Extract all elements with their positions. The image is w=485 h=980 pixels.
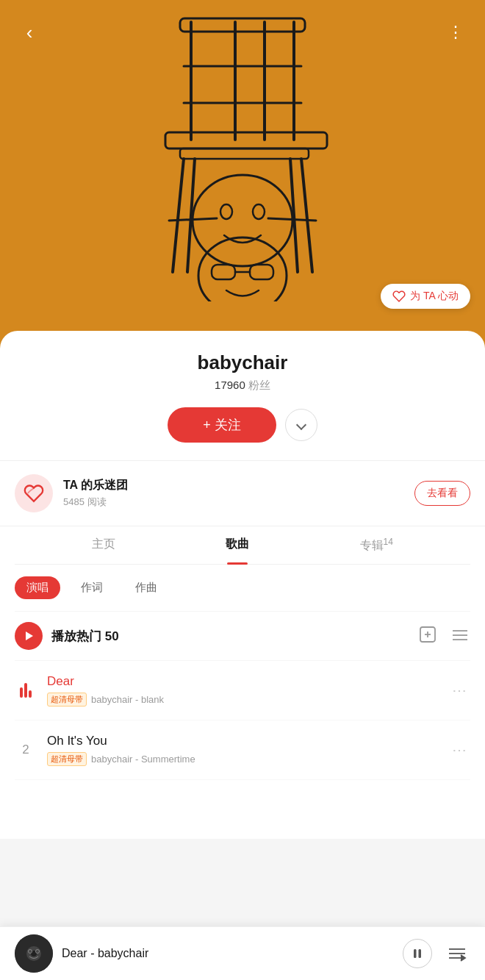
- svg-rect-4: [180, 18, 305, 32]
- svg-point-16: [220, 204, 232, 219]
- svg-rect-20: [250, 265, 273, 279]
- now-playing-controls: [403, 939, 470, 968]
- heart-button[interactable]: 为 TA 心动: [381, 284, 470, 309]
- fan-club-reads: 5485 阅读: [63, 496, 404, 509]
- expand-button[interactable]: [285, 409, 317, 441]
- song-title-2: Oh It's You: [47, 734, 438, 748]
- follow-row: + 关注: [15, 407, 470, 443]
- chevron-down-icon: [296, 420, 306, 430]
- song-more-1[interactable]: ⋯: [448, 679, 470, 701]
- pause-button[interactable]: [403, 939, 432, 968]
- tab-home[interactable]: 主页: [77, 526, 130, 564]
- artist-artwork: [118, 0, 367, 309]
- list-view-button[interactable]: [450, 624, 470, 648]
- svg-rect-34: [414, 949, 417, 958]
- content-section: 演唱 作词 作曲 播放热门 50: [0, 565, 485, 839]
- quality-badge-2: 超清母带: [47, 752, 87, 766]
- add-all-button[interactable]: [417, 624, 438, 648]
- now-playing-bar: Dear - babychair: [0, 926, 485, 980]
- now-playing-info: Dear - babychair: [62, 947, 394, 960]
- song-item-2[interactable]: 2 Oh It's You 超清母带 babychair - Summertim…: [15, 720, 470, 780]
- playing-indicator: [20, 683, 32, 698]
- tabs-row: 主页 歌曲 专辑14: [15, 526, 470, 565]
- song-title-1: Dear: [47, 674, 438, 689]
- song-item-1[interactable]: Dear 超清母带 babychair - blank ⋯: [15, 661, 470, 720]
- song-more-2[interactable]: ⋯: [448, 739, 470, 761]
- filter-row: 演唱 作词 作曲: [15, 565, 470, 611]
- tab-songs[interactable]: 歌曲: [211, 526, 264, 564]
- fan-club-icon: [15, 474, 53, 512]
- play-actions: [417, 624, 470, 648]
- filter-compose[interactable]: 作曲: [123, 576, 169, 599]
- play-all-label: 播放热门 50: [51, 628, 409, 645]
- song-meta-2: 超清母带 babychair - Summertime: [47, 752, 438, 766]
- svg-rect-35: [419, 949, 422, 958]
- back-button[interactable]: ‹: [15, 18, 44, 47]
- playlist-button[interactable]: [444, 940, 470, 967]
- more-button[interactable]: ⋮: [441, 18, 470, 47]
- quality-badge-1: 超清母带: [47, 693, 87, 707]
- svg-point-17: [253, 204, 265, 219]
- fan-club-info: TA 的乐迷团 5485 阅读: [63, 478, 404, 509]
- song-rank-1: [15, 683, 37, 698]
- follow-button[interactable]: + 关注: [168, 407, 276, 443]
- svg-rect-19: [212, 265, 235, 279]
- more-icon: ⋮: [448, 23, 464, 42]
- song-info-1: Dear 超清母带 babychair - blank: [47, 674, 438, 707]
- followers-count: 17960 粉丝: [15, 379, 470, 393]
- filter-singing[interactable]: 演唱: [15, 576, 60, 599]
- play-all-button[interactable]: [15, 622, 43, 650]
- svg-line-10: [301, 159, 312, 272]
- fan-club-section: TA 的乐迷团 5485 阅读 去看看: [15, 461, 470, 526]
- artist-name: babychair: [15, 351, 470, 374]
- now-playing-album-art[interactable]: [15, 934, 53, 973]
- song-subtitle-2: babychair - Summertime: [91, 754, 195, 765]
- song-meta-1: 超清母带 babychair - blank: [47, 693, 438, 707]
- fan-club-title: TA 的乐迷团: [63, 478, 404, 493]
- filter-lyrics[interactable]: 作词: [69, 576, 115, 599]
- song-info-2: Oh It's You 超清母带 babychair - Summertime: [47, 734, 438, 766]
- fan-club-action[interactable]: 去看看: [414, 481, 470, 506]
- profile-card: babychair 17960 粉丝 + 关注 TA 的乐迷团 5485 阅读 …: [0, 331, 485, 565]
- svg-line-9: [173, 159, 184, 272]
- hero-section: ‹ ⋮: [0, 0, 485, 353]
- back-icon: ‹: [26, 21, 33, 44]
- heart-label: 为 TA 心动: [410, 290, 459, 303]
- play-top50-row: 播放热门 50: [15, 611, 470, 661]
- song-subtitle-1: babychair - blank: [91, 694, 164, 705]
- now-playing-title: Dear - babychair: [62, 947, 394, 960]
- heart-icon: [392, 290, 406, 303]
- song-rank-2: 2: [15, 743, 37, 757]
- tab-albums[interactable]: 专辑14: [345, 526, 408, 564]
- svg-rect-8: [180, 149, 309, 159]
- svg-marker-22: [26, 632, 33, 640]
